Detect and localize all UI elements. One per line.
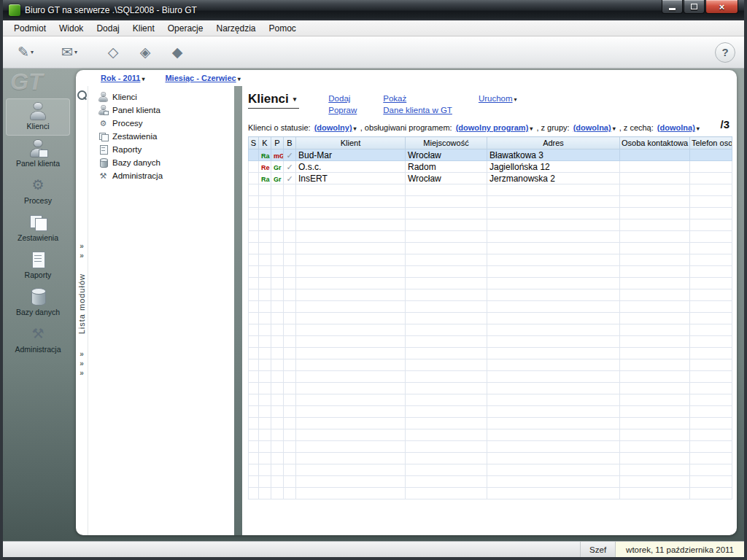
sidebar-item-raporty[interactable]: Raporty — [6, 247, 70, 284]
double-chevron-icon[interactable]: » — [80, 350, 84, 359]
action-links: Dodaj Popraw Pokaż Dane klienta w GT Uru… — [328, 94, 516, 114]
toolbar-edit-button[interactable]: ✎ ▾ — [12, 40, 39, 65]
menu-item-klient[interactable]: Klient — [126, 21, 161, 36]
nav-item-klienci[interactable]: Klienci — [93, 90, 234, 104]
table-row[interactable]: Ra Gr ✓ InsERT Wrocław Jerzmanowska 2 — [249, 173, 732, 184]
column-header-telefon[interactable]: Telefon osoby — [690, 137, 732, 149]
sidebar-item-procesy[interactable]: ⚙ Procesy — [6, 173, 70, 210]
month-link[interactable]: Miesiąc - Czerwiec▾ — [165, 74, 240, 82]
edit-client-link[interactable]: Popraw — [328, 106, 357, 114]
minimize-button[interactable] — [662, 0, 683, 14]
sidebar-item-label: Klienci — [27, 122, 50, 131]
minimize-icon — [669, 8, 676, 10]
module-list-vertical-label[interactable]: Lista modułów — [77, 273, 86, 334]
person-icon — [28, 102, 47, 120]
column-header-b[interactable]: B — [284, 137, 296, 149]
sidebar-item-klienci[interactable]: Klienci — [6, 98, 70, 136]
nav-item-procesy[interactable]: ⚙ Procesy — [93, 117, 234, 130]
sidebar-item-panel-klienta[interactable]: Panel klienta — [6, 136, 70, 173]
report-icon — [98, 145, 108, 155]
program-filter-dropdown[interactable]: (dowolny program)▾ — [456, 123, 533, 132]
column-header-osoba[interactable]: Osoba kontaktowa — [620, 137, 690, 149]
sidebar-item-zestawienia[interactable]: Zestawienia — [6, 210, 70, 247]
menu-item-widok[interactable]: Widok — [53, 21, 90, 36]
group-filter-dropdown[interactable]: (dowolna)▾ — [573, 123, 616, 132]
sheets-icon — [28, 214, 47, 231]
nav-item-label: Klienci — [112, 93, 137, 101]
page-title[interactable]: Klienci▾ — [248, 92, 299, 109]
menu-item-dodaj[interactable]: Dodaj — [90, 21, 125, 36]
nav-item-bazy-danych[interactable]: Bazy danych — [93, 156, 234, 169]
table-row-empty — [249, 313, 732, 324]
table-row-empty — [249, 243, 732, 254]
toolbar-button-3[interactable]: ◇ — [99, 40, 127, 65]
nav-item-label: Raporty — [112, 145, 142, 154]
help-button[interactable]: ? — [715, 42, 735, 63]
app-icon[interactable] — [9, 4, 20, 16]
toolbar-mail-button[interactable]: ✉ ▾ — [55, 40, 83, 65]
nav-item-panel-klienta[interactable]: Panel klienta — [93, 104, 234, 117]
table-row-empty — [249, 453, 732, 464]
cell-b: ✓ — [284, 161, 296, 173]
close-button[interactable]: × — [705, 0, 738, 14]
nav-item-raporty[interactable]: Raporty — [93, 143, 234, 156]
add-client-link[interactable]: Dodaj — [328, 94, 357, 103]
menu-item-pomoc[interactable]: Pomoc — [263, 21, 303, 36]
year-link-label: Rok - 2011 — [101, 74, 140, 82]
cell-miejscowosc: Wrocław — [406, 149, 487, 161]
title-bar: Biuro GT na serwerze .\SQL2008 - Biuro G… — [3, 0, 744, 20]
table-row-empty — [249, 231, 732, 243]
table-row-empty — [249, 196, 732, 208]
menu-bar: Podmiot Widok Dodaj Klient Operacje Narz… — [3, 20, 744, 36]
table-row-empty — [249, 394, 732, 406]
double-chevron-icon[interactable]: » — [80, 369, 84, 378]
table-row[interactable]: Re Gr ✓ O.s.c. Radom Jagiellońska 12 — [249, 161, 732, 173]
show-client-link[interactable]: Pokaż — [383, 94, 452, 103]
nav-item-zestawienia[interactable]: Zestawienia — [93, 130, 234, 143]
column-header-s[interactable]: S — [249, 137, 259, 149]
rail-expanders-bottom: » » » — [80, 350, 84, 378]
client-data-gt-link[interactable]: Dane klienta w GT — [383, 106, 452, 114]
feature-filter-dropdown[interactable]: (dowolna)▾ — [657, 123, 700, 132]
panel-rail: » » Lista modułów » » » — [76, 86, 88, 535]
column-header-adres[interactable]: Adres — [487, 137, 620, 149]
run-link[interactable]: Uruchom▾ — [479, 94, 517, 103]
status-filter-dropdown[interactable]: (dowolny)▾ — [314, 123, 357, 132]
year-link[interactable]: Rok - 2011▾ — [101, 74, 144, 82]
column-header-k[interactable]: K — [259, 137, 271, 149]
double-chevron-icon[interactable]: » — [80, 359, 84, 368]
cell-k: Ra — [259, 149, 271, 161]
gt-logo: GT — [3, 69, 42, 98]
sidebar-item-bazy-danych[interactable]: Bazy danych — [6, 284, 70, 322]
panel-divider[interactable] — [234, 86, 242, 535]
chevron-down-icon: ▾ — [530, 125, 533, 132]
window-controls: × — [662, 0, 738, 14]
nav-item-administracja[interactable]: ⚒ Administracja — [93, 169, 234, 182]
table-row-empty — [249, 383, 732, 394]
cell-p: Gr — [271, 161, 284, 173]
column-header-miejscowosc[interactable]: Miejscowość — [406, 137, 487, 149]
double-chevron-icon[interactable]: » — [80, 252, 84, 260]
check-icon: ✓ — [286, 151, 293, 160]
menu-item-podmiot[interactable]: Podmiot — [7, 21, 53, 36]
column-header-klient[interactable]: Klient — [296, 137, 406, 149]
toolbar-button-5[interactable]: ◆ — [163, 40, 191, 65]
diamond-filled-icon: ◆ — [172, 44, 183, 61]
menu-item-operacje[interactable]: Operacje — [161, 21, 210, 36]
column-header-p[interactable]: P — [271, 137, 284, 149]
sidebar-item-administracja[interactable]: ⚒ Administracja — [6, 322, 70, 359]
tools-icon: ⚒ — [98, 171, 108, 181]
maximize-button[interactable] — [684, 0, 705, 14]
gears-icon: ⚙ — [28, 176, 47, 194]
check-icon: ✓ — [286, 163, 293, 171]
cell-telefon — [690, 173, 732, 184]
search-icon[interactable] — [77, 90, 86, 99]
table-row[interactable]: Ra mG ✓ Bud-Mar Wrocław Bławatkowa 3 — [249, 149, 732, 161]
sidebar-item-label: Procesy — [24, 196, 52, 205]
toolbar-button-4[interactable]: ◈ — [131, 40, 159, 65]
toolbar: ✎ ▾ ✉ ▾ ◇ ◈ ◆ ? — [3, 36, 744, 69]
menu-item-narzedzia[interactable]: Narzędzia — [209, 21, 262, 36]
chevron-down-icon: ▾ — [74, 49, 77, 55]
double-chevron-icon[interactable]: » — [80, 242, 84, 251]
table-row-empty — [249, 371, 732, 383]
